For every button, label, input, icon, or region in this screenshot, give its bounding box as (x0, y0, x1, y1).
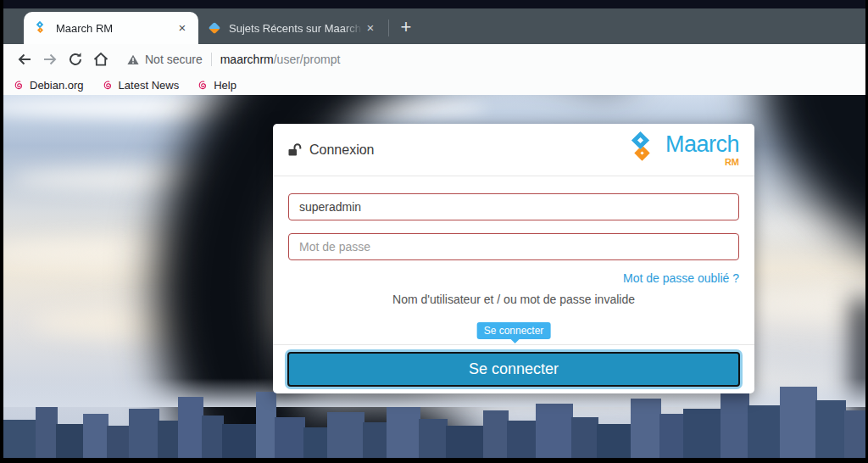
close-icon[interactable]: × (175, 20, 190, 36)
login-title-row: Connexion (288, 142, 375, 158)
home-button[interactable] (88, 47, 114, 72)
home-icon (92, 51, 109, 68)
maarch-favicon (34, 21, 48, 36)
maarch-logo: Maarch RM (628, 133, 739, 167)
logo-product: RM (725, 158, 739, 167)
bookmark-help[interactable]: Help (198, 79, 236, 92)
maarch-logo-icon (628, 133, 665, 167)
login-error-message: Nom d'utilisateur et / ou mot de passe i… (288, 293, 739, 306)
reload-icon (67, 51, 84, 68)
debian-swirl-icon (103, 80, 114, 91)
tab-title: Sujets Récents sur Maarch (229, 22, 363, 35)
bookmark-label: Help (214, 79, 236, 92)
forum-favicon (209, 21, 221, 36)
reload-button[interactable] (63, 47, 88, 72)
bookmark-latest-news[interactable]: Latest News (103, 79, 180, 92)
tab-strip: Maarch RM × Sujets Récents sur Maarch × … (3, 8, 865, 44)
url-path: /user/prompt (274, 53, 341, 66)
back-arrow-icon (16, 51, 33, 68)
forgot-password-row: Mot de passe oublié ? (288, 271, 739, 285)
tab-sujets-recents[interactable]: Sujets Récents sur Maarch × (198, 12, 387, 44)
address-url[interactable]: maarchrm/user/prompt (220, 53, 341, 66)
debian-swirl-icon (14, 80, 25, 91)
login-card-header: Connexion Maarch RM (273, 124, 754, 176)
close-icon[interactable]: × (363, 20, 378, 36)
login-card-footer: Se connecter (273, 344, 754, 393)
logo-brand: Maarch (665, 133, 739, 156)
security-text: Not secure (145, 53, 203, 66)
tab-maarch-rm[interactable]: Maarch RM × (24, 12, 198, 44)
bookmark-debian-org[interactable]: Debian.org (14, 79, 84, 92)
submit-tooltip: Se connecter (477, 322, 551, 339)
login-title: Connexion (309, 142, 375, 158)
bookmark-label: Latest News (119, 79, 180, 92)
tab-title: Maarch RM (56, 22, 175, 35)
forward-arrow-icon (42, 51, 58, 68)
forward-button[interactable] (37, 47, 63, 72)
bookmarks-bar: Debian.org Latest News Help (3, 75, 865, 95)
login-card-body: Mot de passe oublié ? Nom d'utilisateur … (273, 176, 754, 306)
login-submit-button[interactable]: Se connecter (287, 352, 740, 387)
security-chip[interactable]: Not secure (127, 53, 203, 66)
forgot-password-link[interactable]: Mot de passe oublié ? (623, 271, 739, 285)
back-button[interactable] (12, 47, 37, 72)
url-host: maarchrm (220, 53, 274, 66)
bookmark-label: Debian.org (30, 79, 84, 92)
username-input[interactable] (288, 193, 739, 220)
address-separator (211, 53, 212, 66)
browser-window: Maarch RM × Sujets Récents sur Maarch × … (3, 0, 865, 458)
login-card: Connexion Maarch RM Mot de passe oublié … (273, 124, 754, 393)
page-content: Connexion Maarch RM Mot de passe oublié … (3, 95, 865, 458)
window-titlebar (3, 0, 865, 8)
maarch-logo-text: Maarch RM (665, 133, 739, 167)
unlock-icon (288, 143, 303, 156)
navigation-toolbar: Not secure maarchrm/user/prompt (3, 44, 865, 75)
warning-triangle-icon (127, 54, 139, 65)
password-input[interactable] (288, 233, 739, 260)
debian-swirl-icon (198, 80, 209, 91)
new-tab-button[interactable]: + (394, 16, 418, 40)
tab-separator (388, 20, 389, 36)
city-skyline (3, 392, 865, 458)
